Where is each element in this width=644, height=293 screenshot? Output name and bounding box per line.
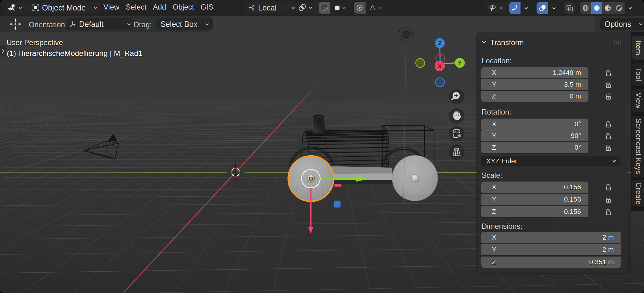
field-axis-label: Z	[492, 92, 496, 100]
dimensions-y-field[interactable]: Y 2 m	[481, 244, 621, 255]
rotation-mode-dropdown[interactable]: XYZ Euler	[481, 156, 621, 166]
unlock-icon[interactable]	[605, 184, 613, 191]
overlays-options-selector[interactable]	[548, 2, 559, 14]
menu-view[interactable]: View	[101, 1, 122, 13]
menu-add[interactable]: Add	[150, 1, 169, 13]
location-y-field[interactable]: Y 3.5 m	[481, 79, 588, 90]
field-value: 0 m	[570, 92, 581, 100]
orientation-axes-icon	[248, 4, 256, 11]
show-gizmo-toggle[interactable]	[509, 2, 521, 14]
falloff-curve-icon	[369, 5, 376, 11]
dimensions-z-field[interactable]: Z 0.351 m	[481, 257, 621, 268]
move-tool-icon[interactable]	[9, 18, 22, 31]
camera-view-button[interactable]	[449, 126, 464, 141]
unlock-icon[interactable]	[605, 81, 613, 89]
field-value: 2 m	[602, 233, 614, 241]
field-axis-label: Y	[492, 195, 496, 203]
unlock-icon[interactable]	[605, 69, 613, 77]
sidebar-tab-view[interactable]: View	[632, 89, 644, 112]
options-button[interactable]: Options	[600, 18, 644, 30]
magnet-icon	[319, 2, 329, 13]
toolbar-expand-button[interactable]	[0, 45, 6, 57]
sidebar-tab-tool[interactable]: Tool	[632, 63, 644, 86]
editor-type-button[interactable]	[6, 2, 29, 14]
view-perspective-label: User Perspective	[6, 38, 63, 47]
sidebar-tab-screencast-keys[interactable]: Screencast Keys	[632, 115, 644, 177]
blender-window: Z Y X User Perspective (1) Hierarchische…	[0, 0, 644, 293]
location-z-field[interactable]: Z 0 m	[481, 91, 588, 102]
falloff-selector[interactable]	[366, 2, 385, 14]
orientation-label: Orientation:	[29, 20, 67, 29]
location-x-field[interactable]: X 1.2449 m	[481, 67, 588, 78]
sidebar-region-gap	[627, 32, 631, 273]
field-value: 2 m	[602, 246, 614, 254]
snap-toggle[interactable]	[319, 2, 330, 14]
transform-orientation-selector[interactable]: Local	[245, 2, 298, 14]
orientation-value: Local	[258, 3, 277, 12]
overlays-group	[537, 2, 559, 14]
unlock-icon[interactable]	[605, 208, 613, 216]
pivot-icon	[298, 4, 306, 12]
gizmos-group	[509, 2, 532, 14]
shading-solid-button[interactable]	[591, 2, 602, 14]
unlock-icon[interactable]	[605, 196, 613, 203]
rotation-z-field[interactable]: Z 0°	[481, 142, 588, 153]
panel-title[interactable]: Transform	[490, 38, 524, 47]
chevron-down-icon	[639, 23, 643, 26]
zoom-icon	[449, 89, 464, 104]
perspective-toggle-button[interactable]	[449, 144, 464, 160]
proportional-edit-group	[354, 2, 385, 14]
sidebar-tab-label: Screencast Keys	[634, 119, 642, 174]
scale-y-field[interactable]: Y 0.156	[481, 194, 588, 205]
scale-z-field[interactable]: Z 0.156	[481, 206, 588, 217]
dimensions-x-field[interactable]: X 2 m	[481, 232, 621, 243]
chevron-right-icon	[1, 48, 5, 54]
field-value: 0.351 m	[589, 258, 614, 266]
zoom-button[interactable]	[449, 89, 464, 104]
sidebar-tab-create[interactable]: Create	[632, 180, 644, 207]
xray-toggle[interactable]	[564, 2, 575, 14]
unlock-icon[interactable]	[605, 121, 613, 128]
field-value: 3.5 m	[564, 81, 581, 89]
grid-icon	[449, 144, 464, 160]
shading-wireframe-button[interactable]	[580, 2, 591, 14]
sidebar-tab-item[interactable]: Item	[632, 36, 644, 60]
options-label: Options	[604, 20, 631, 29]
editor-3d-viewport-icon	[8, 4, 16, 12]
unlock-icon[interactable]	[605, 132, 613, 140]
scale-x-field[interactable]: X 0.156	[481, 182, 588, 193]
shading-material-button[interactable]	[602, 2, 613, 14]
mode-selector[interactable]: Object Mode	[29, 2, 101, 14]
panel-collapse-chevron-icon[interactable]	[482, 40, 487, 44]
rotation-x-field[interactable]: X 0°	[481, 119, 588, 130]
chevron-down-icon	[552, 7, 556, 10]
pan-button[interactable]	[449, 108, 464, 123]
shading-options-selector[interactable]	[625, 2, 636, 14]
field-value: 0.156	[564, 208, 581, 216]
field-axis-label: Y	[492, 246, 496, 254]
rotation-y-field[interactable]: Y 90°	[481, 130, 588, 141]
menu-select[interactable]: Select	[123, 1, 149, 13]
field-axis-label: X	[492, 233, 496, 241]
field-value: 0°	[575, 120, 581, 128]
unlock-icon[interactable]	[605, 144, 613, 152]
shading-rendered-button[interactable]	[613, 2, 625, 14]
panel-drag-dots-icon[interactable]	[614, 40, 622, 44]
location-label: Location:	[482, 57, 512, 65]
drag-dropdown[interactable]: Select Box	[156, 18, 213, 30]
menu-gis[interactable]: GIS	[198, 1, 216, 13]
field-value: 0.156	[564, 195, 581, 203]
overlays-icon	[539, 4, 546, 12]
snap-target-selector[interactable]	[330, 2, 350, 14]
orientation-dropdown[interactable]: Default	[66, 18, 134, 30]
proportional-edit-toggle[interactable]	[354, 2, 366, 14]
pivot-point-selector[interactable]	[296, 2, 320, 14]
chevron-down-icon	[378, 6, 382, 9]
breadcrumb: (1) HierarchischeModellierung | M_Rad1	[7, 49, 142, 58]
show-object-types-selector[interactable]	[486, 2, 510, 14]
unlock-icon[interactable]	[605, 93, 613, 100]
gizmo-options-selector[interactable]	[521, 2, 532, 14]
show-overlays-toggle[interactable]	[537, 2, 548, 14]
shading-solid-icon	[593, 4, 600, 12]
menu-object[interactable]: Object	[170, 1, 197, 13]
